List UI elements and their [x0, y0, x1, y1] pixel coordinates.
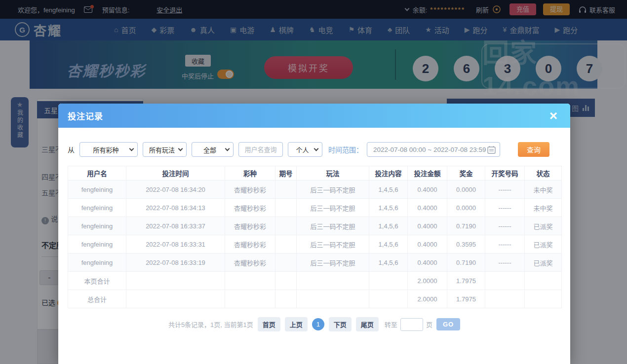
time-range-label: 时间范围： [328, 145, 363, 154]
bet-records-modal: 投注记录 × 从 所有彩种 所有玩法 全部 个人 时间范围： 2022-07-0… [58, 104, 570, 364]
modal-title: 投注记录 [68, 109, 103, 122]
page-total-row: 本页合计 2.00001.7975 [68, 272, 562, 290]
table-row: fengfeining2022-07-08 16:34:20杏耀秒秒彩 后三一码… [68, 181, 562, 199]
next-page-button[interactable]: 下页 [329, 317, 352, 331]
search-button[interactable]: 查询 [518, 142, 549, 157]
calendar-icon [487, 146, 496, 154]
play-type-select[interactable]: 所有玩法 [143, 142, 187, 157]
lottery-type-select[interactable]: 所有彩种 [79, 142, 138, 157]
from-label: 从 [68, 145, 75, 154]
table-row: fengfeining2022-07-08 16:33:31杏耀秒秒彩 后三一码… [68, 235, 562, 254]
prev-page-button[interactable]: 上页 [285, 317, 308, 331]
page-unit-label: 页 [426, 320, 432, 329]
pagination-summary: 共计5条记录，1页, 当前第1页 [168, 320, 253, 329]
table-row: fengfeining2022-07-08 16:34:13杏耀秒秒彩 后三一码… [68, 199, 562, 217]
username-search-input[interactable] [238, 142, 283, 157]
screen: 欢迎您，fengfeining 预留信息: 安全退出 余额: *********… [0, 0, 627, 364]
close-icon[interactable]: × [549, 109, 557, 123]
scope-select[interactable]: 个人 [288, 142, 322, 157]
status-badge: 未中奖 [525, 181, 562, 199]
status-badge: 已派奖 [525, 254, 562, 272]
table-row: fengfeining2022-07-08 16:33:19杏耀秒秒彩 后三一码… [68, 254, 562, 272]
table-row: fengfeining2022-07-08 16:33:37杏耀秒秒彩 后三一码… [68, 217, 562, 235]
chevron-down-icon [129, 146, 134, 151]
first-page-button[interactable]: 首页 [258, 317, 280, 331]
status-badge: 已派奖 [525, 235, 562, 254]
bet-records-table: 用户名投注时间彩种 期号玩法投注内容 投注金额奖金开奖号码 状态 fengfei… [68, 166, 562, 308]
date-range-input[interactable]: 2022-07-08 00:00 ~ 2022-07-08 23:59 [367, 142, 500, 157]
current-page-badge: 1 [312, 318, 324, 330]
modal-header: 投注记录 × [58, 104, 570, 128]
chevron-down-icon [314, 146, 319, 151]
chevron-down-icon [178, 146, 183, 151]
chevron-down-icon [225, 146, 230, 151]
filter-bar: 从 所有彩种 所有玩法 全部 个人 时间范围： 2022-07-08 00:00… [68, 142, 570, 157]
grand-total-row: 总合计 2.00001.7975 [68, 290, 562, 308]
status-select[interactable]: 全部 [192, 142, 234, 157]
status-badge: 未中奖 [525, 199, 562, 217]
table-header-row: 用户名投注时间彩种 期号玩法投注内容 投注金额奖金开奖号码 状态 [68, 166, 562, 181]
status-badge: 已派奖 [525, 217, 562, 235]
pagination: 共计5条记录，1页, 当前第1页 首页 上页 1 下页 尾页 转至 页 GO [58, 317, 570, 331]
last-page-button[interactable]: 尾页 [356, 317, 379, 331]
goto-page-input[interactable] [400, 318, 423, 331]
go-button[interactable]: GO [436, 318, 460, 330]
goto-label: 转至 [385, 320, 397, 329]
